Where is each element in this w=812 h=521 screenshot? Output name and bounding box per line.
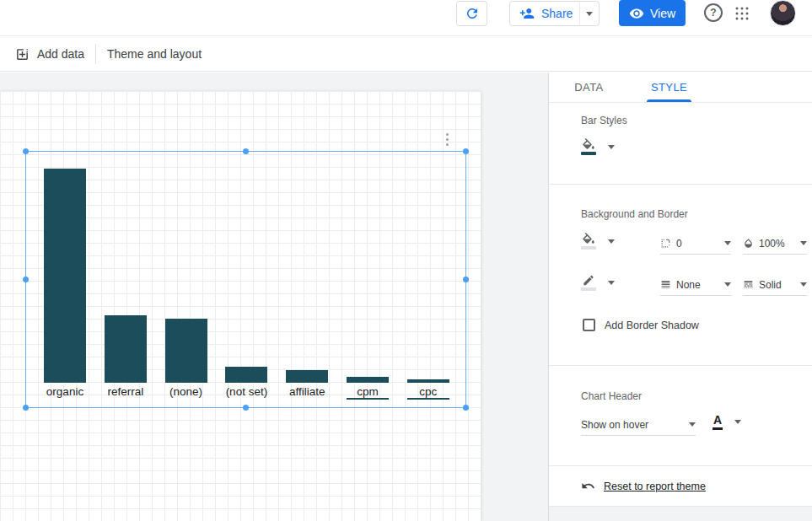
border-color-picker[interactable] xyxy=(581,274,615,291)
theme-and-layout-label: Theme and layout xyxy=(107,47,202,61)
apps-grid-icon xyxy=(734,6,750,21)
border-shadow-label: Add Border Shadow xyxy=(605,320,699,331)
apps-grid-button[interactable] xyxy=(734,6,750,21)
eye-icon xyxy=(629,6,644,21)
background-color-picker[interactable] xyxy=(581,233,615,250)
tab-data[interactable]: DATA xyxy=(549,73,629,102)
font-color-icon: A xyxy=(713,414,723,430)
report-page[interactable]: organicreferral(none)(not set)affiliatec… xyxy=(0,91,481,521)
axis-baseline-segment xyxy=(347,398,389,400)
border-style-value: Solid xyxy=(759,279,782,291)
toolbar-divider xyxy=(95,44,96,64)
section-divider xyxy=(549,184,812,185)
resize-handle-middle-left[interactable] xyxy=(23,277,29,282)
resize-handle-top-right[interactable] xyxy=(463,148,469,154)
resize-handle-bottom-left[interactable] xyxy=(23,405,29,411)
tab-style[interactable]: STYLE xyxy=(629,73,709,102)
bar-segment xyxy=(225,367,267,383)
add-data-button[interactable]: Add data xyxy=(15,36,84,72)
corner-radius-value: 0 xyxy=(676,238,682,250)
chevron-down-icon xyxy=(586,12,593,16)
corner-radius-select[interactable]: 0 xyxy=(660,234,731,255)
bar-segment xyxy=(165,319,207,383)
bar-segment xyxy=(286,370,328,383)
border-shadow-checkbox[interactable] xyxy=(583,319,595,331)
bar-category-label: cpm xyxy=(334,385,401,398)
bar-segment xyxy=(347,377,389,383)
chart-header-mode-select[interactable]: Show on hover xyxy=(581,416,696,436)
bar-category-label: (none) xyxy=(153,385,220,398)
chevron-down-icon xyxy=(608,239,615,244)
resize-handle-top-center[interactable] xyxy=(243,148,249,154)
resize-handle-bottom-center[interactable] xyxy=(243,405,249,411)
share-dropdown-button[interactable] xyxy=(579,2,599,25)
panel-footer-strip xyxy=(549,506,812,521)
bar-category-label: organic xyxy=(31,385,99,398)
top-app-bar: Share View ? xyxy=(0,0,812,36)
reset-theme-row[interactable]: Reset to report theme xyxy=(581,479,706,493)
resize-handle-bottom-right[interactable] xyxy=(463,405,469,411)
section-divider xyxy=(549,365,812,366)
properties-panel: DATA STYLE Bar Styles Background and Bor… xyxy=(548,73,812,521)
add-border-shadow-option[interactable]: Add Border Shadow xyxy=(583,319,699,331)
chevron-down-icon xyxy=(724,241,731,245)
opacity-value: 100% xyxy=(759,238,785,250)
paint-bucket-icon xyxy=(581,233,596,250)
view-button-label: View xyxy=(650,7,675,20)
chevron-down-icon xyxy=(734,420,741,424)
chevron-down-icon xyxy=(608,281,615,285)
undo-icon xyxy=(581,479,595,493)
bar-styles-section-title: Bar Styles xyxy=(581,115,627,126)
border-color-swatch xyxy=(581,287,596,291)
refresh-button[interactable] xyxy=(456,1,487,26)
refresh-icon xyxy=(465,6,480,21)
view-button[interactable]: View xyxy=(619,0,686,26)
panel-tabbar: DATA STYLE xyxy=(549,73,812,103)
help-button[interactable]: ? xyxy=(704,3,723,22)
edit-toolbar: Add data Theme and layout xyxy=(0,36,812,72)
border-style-select[interactable]: Solid xyxy=(743,276,807,296)
add-data-label: Add data xyxy=(37,47,84,61)
line-style-icon xyxy=(743,279,754,290)
border-weight-value: None xyxy=(676,279,701,291)
rounded-corner-icon xyxy=(660,238,671,249)
bar-segment xyxy=(105,315,147,383)
share-button-group: Share xyxy=(509,1,600,26)
theme-and-layout-button[interactable]: Theme and layout xyxy=(107,36,202,72)
reset-to-report-theme-link[interactable]: Reset to report theme xyxy=(604,481,706,492)
chevron-down-icon xyxy=(689,422,696,427)
question-mark-icon: ? xyxy=(710,7,716,19)
bar-category-label: (not set) xyxy=(212,385,280,398)
axis-baseline-segment xyxy=(407,398,449,400)
chevron-down-icon xyxy=(608,145,615,149)
bar-category-label: affiliate xyxy=(273,385,341,398)
opacity-select[interactable]: 100% xyxy=(743,234,807,255)
chart-options-kebab-menu[interactable] xyxy=(440,131,454,148)
bar-color-swatch xyxy=(581,152,596,155)
section-divider xyxy=(549,465,812,466)
line-weight-icon xyxy=(660,279,671,290)
person-add-icon xyxy=(519,6,535,21)
background-border-section-title: Background and Border xyxy=(581,208,688,220)
border-weight-select[interactable]: None xyxy=(660,276,731,296)
bar-segment xyxy=(407,379,449,383)
bar-chart-plot[interactable]: organicreferral(none)(not set)affiliatec… xyxy=(25,151,466,408)
bar-color-picker[interactable] xyxy=(581,138,615,155)
chart-header-mode-value: Show on hover xyxy=(581,419,648,431)
chart-header-section-title: Chart Header xyxy=(581,390,642,402)
report-canvas[interactable]: organicreferral(none)(not set)affiliatec… xyxy=(0,73,548,521)
add-data-icon xyxy=(15,47,30,62)
resize-handle-middle-right[interactable] xyxy=(463,277,469,282)
chevron-down-icon xyxy=(800,241,807,245)
resize-handle-top-left[interactable] xyxy=(23,148,29,154)
chart-header-font-color-picker[interactable]: A xyxy=(713,414,741,430)
chevron-down-icon xyxy=(800,282,807,287)
background-color-swatch xyxy=(581,246,596,250)
bar-category-label: cpc xyxy=(395,385,462,398)
bar-category-label: referral xyxy=(92,385,159,398)
bar-segment xyxy=(44,169,86,383)
pencil-icon xyxy=(581,274,596,291)
opacity-droplet-icon xyxy=(743,238,754,249)
share-button[interactable]: Share xyxy=(510,2,579,25)
user-avatar[interactable] xyxy=(770,0,796,26)
